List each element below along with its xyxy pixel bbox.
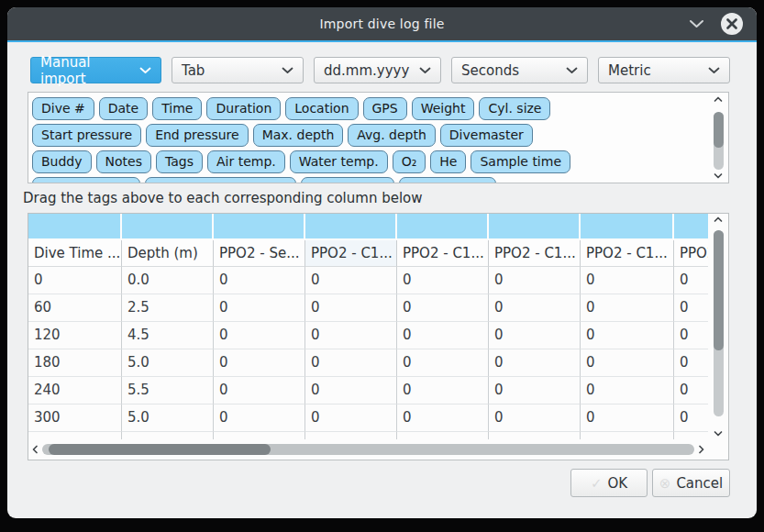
table-cell: 0 (581, 349, 674, 377)
tag-duration[interactable]: Duration (206, 97, 281, 120)
tag-start-pressure[interactable]: Start pressure (32, 124, 141, 147)
scroll-right-icon[interactable] (698, 445, 704, 454)
tag-he[interactable]: He (430, 150, 466, 173)
table-cell: 5.0 (122, 405, 214, 432)
table-cell (214, 432, 305, 439)
import-dialog-window: Import dive log file Manual import Tab (7, 7, 757, 518)
scroll-up-icon[interactable] (714, 96, 723, 103)
table-cell: 0 (581, 267, 674, 294)
tag-end-pressure[interactable]: End pressure (146, 124, 249, 147)
import-options-toolbar: Manual import Tab dd.mm.yyyy Seconds Met… (30, 57, 730, 83)
column-drop-target[interactable] (674, 214, 708, 240)
column-drop-target[interactable] (581, 214, 674, 240)
table-cell (397, 432, 489, 439)
table-cell: 0 (305, 405, 397, 432)
tag-sample-po[interactable]: Sample pO₂ (301, 177, 394, 183)
field-separator-select[interactable]: Tab (172, 57, 304, 83)
tag-divemaster[interactable]: Divemaster (440, 124, 533, 147)
tag-date[interactable]: Date (99, 97, 148, 120)
table-cell: 5.5 (122, 377, 214, 405)
tag-location[interactable]: Location (285, 97, 358, 120)
tag-water-temp[interactable]: Water temp. (290, 150, 388, 173)
column-drop-target[interactable] (214, 214, 305, 240)
column-header: Depth (m) (122, 240, 214, 267)
tag-time[interactable]: Time (152, 97, 202, 120)
table-cell (581, 432, 674, 439)
tags-scrollbar-thumb[interactable] (714, 112, 724, 148)
table-cell: 0 (489, 294, 581, 322)
table-cell: 0 (489, 322, 581, 349)
table-hscrollbar-track[interactable] (42, 444, 694, 455)
tag-sample-time[interactable]: Sample time (471, 150, 570, 173)
tag-row: BuddyNotesTagsAir temp.Water temp.O₂HeSa… (32, 150, 706, 173)
table-cell (674, 432, 708, 439)
tag-cyl-size[interactable]: Cyl. size (479, 97, 550, 120)
units-select[interactable]: Metric (598, 57, 730, 83)
tag-sample-cns[interactable]: Sample CNS (399, 177, 496, 183)
tags-scrollbar-track[interactable] (714, 105, 724, 170)
table-cell: 60 (28, 294, 122, 322)
import-mode-select[interactable]: Manual import (30, 57, 161, 83)
scroll-up-icon[interactable] (714, 216, 723, 223)
tag-gps[interactable]: GPS (363, 97, 407, 120)
table-cell: 0 (489, 349, 581, 377)
tag-dive[interactable]: Dive # (32, 97, 94, 120)
ok-button-label: OK (607, 475, 627, 492)
ok-button[interactable]: ✓ OK (570, 469, 648, 497)
column-drop-target[interactable] (489, 214, 581, 240)
tag-max-depth[interactable]: Max. depth (253, 124, 344, 147)
table-cell: 0 (674, 294, 708, 322)
tag-avg-depth[interactable]: Avg. depth (348, 124, 436, 147)
collapse-window-button[interactable] (689, 19, 704, 28)
column-drop-target[interactable] (305, 214, 397, 240)
table-cell: 5.0 (122, 349, 214, 377)
scroll-down-icon[interactable] (714, 430, 723, 437)
close-button[interactable] (721, 13, 743, 35)
table-horizontal-scrollbar[interactable] (32, 441, 704, 457)
table-cell (489, 432, 581, 439)
table-cell: 0 (397, 405, 489, 432)
tag-notes[interactable]: Notes (96, 150, 151, 173)
chevron-down-icon (689, 19, 704, 28)
tags-scrollbar[interactable] (711, 96, 725, 179)
duration-format-select[interactable]: Seconds (451, 57, 588, 83)
table-cell: 0 (581, 405, 674, 432)
table-vscrollbar-track[interactable] (714, 227, 724, 427)
tag-weight[interactable]: Weight (412, 97, 475, 120)
tag-sample-temperature[interactable]: Sample temperature (145, 177, 296, 183)
close-icon (726, 18, 737, 29)
table-cell: 4.5 (122, 322, 214, 349)
column-drop-target[interactable] (397, 214, 489, 240)
tag-buddy[interactable]: Buddy (32, 150, 92, 173)
table-cell: 0 (214, 267, 305, 294)
tag-tags[interactable]: Tags (156, 150, 203, 173)
column-drop-target[interactable] (28, 214, 122, 240)
table-row: 1805.0000000 (28, 349, 708, 377)
table-vscrollbar-thumb[interactable] (714, 230, 724, 350)
table-cell: 0 (305, 267, 397, 294)
column-header: PPO2 - Se... (214, 240, 305, 267)
drag-instruction-text: Drag the tags above to each correspondin… (23, 190, 423, 206)
table-row: 2405.5000000 (28, 377, 708, 405)
date-format-select[interactable]: dd.mm.yyyy (314, 57, 441, 83)
scroll-down-icon[interactable] (714, 172, 723, 179)
tag-o[interactable]: O₂ (393, 150, 426, 173)
table-cell: 0 (214, 405, 305, 432)
table-cell: 0 (674, 405, 708, 432)
tag-sample-depth[interactable]: Sample depth (32, 177, 140, 183)
titlebar: Import dive log file (7, 7, 757, 40)
table-hscrollbar-thumb[interactable] (49, 444, 271, 455)
column-drop-target[interactable] (122, 214, 214, 240)
table-cell: 0 (489, 405, 581, 432)
date-format-value: dd.mm.yyyy (324, 62, 409, 79)
scroll-left-icon[interactable] (32, 445, 39, 454)
tag-air-temp[interactable]: Air temp. (207, 150, 285, 173)
table-cell: 0 (581, 377, 674, 405)
table-header-row: Dive Time ...Depth (m)PPO2 - Se...PPO2 -… (28, 240, 708, 267)
check-icon: ✓ (591, 475, 603, 492)
table-vertical-scrollbar[interactable] (710, 216, 726, 437)
chevron-down-icon (708, 67, 720, 74)
table-cell: 0 (674, 322, 708, 349)
cancel-button[interactable]: ⊗ Cancel (652, 469, 730, 497)
titlebar-accent-line (7, 40, 757, 42)
